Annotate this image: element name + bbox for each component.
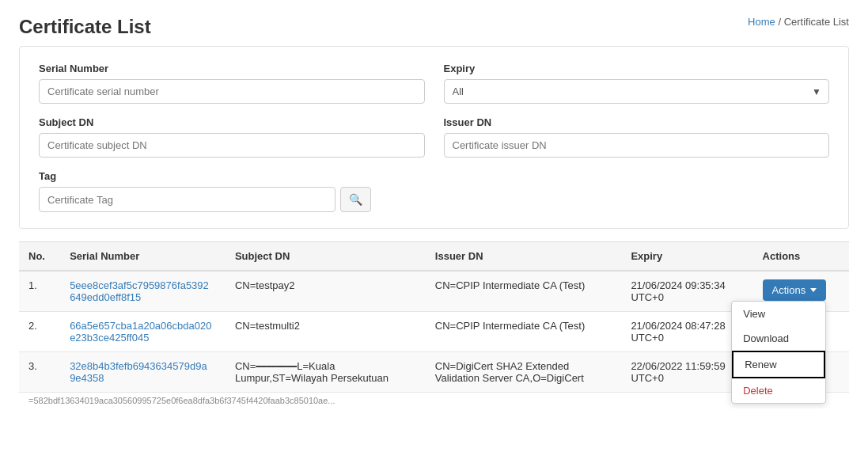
row1-serial: 5eee8cef3af5c7959876fa5392649edd0eff8f15 bbox=[60, 271, 226, 312]
row2-no: 2. bbox=[19, 312, 60, 352]
table-row: 2. 66a5e657cba1a20a06cbda020e23b3ce425ff… bbox=[19, 312, 849, 352]
page-header: Certificate List Home / Certificate List bbox=[0, 0, 868, 46]
actions-dropdown: Actions View Download Renew Delete bbox=[763, 279, 827, 301]
dropdown-download[interactable]: Download bbox=[732, 326, 825, 351]
filter-row-2: Subject DN Issuer DN bbox=[39, 116, 829, 158]
filter-row-3: Tag 🔍 bbox=[39, 170, 829, 212]
breadcrumb-current: Certificate List bbox=[784, 16, 849, 28]
issuer-dn-input[interactable] bbox=[444, 133, 830, 158]
bottom-note: =582bdf13634019aca30560995725e0f6ea8dfa3… bbox=[19, 393, 849, 408]
row3-no: 3. bbox=[19, 352, 60, 393]
subject-dn-group: Subject DN bbox=[39, 116, 425, 158]
table-row: 1. 5eee8cef3af5c7959876fa5392649edd0eff8… bbox=[19, 271, 849, 312]
breadcrumb: Home / Certificate List bbox=[748, 16, 849, 28]
dropdown-menu: View Download Renew Delete bbox=[731, 301, 826, 404]
search-button[interactable]: 🔍 bbox=[340, 187, 371, 212]
issuer-dn-group: Issuer DN bbox=[444, 116, 830, 158]
serial-number-group: Serial Number bbox=[39, 63, 425, 104]
col-issuer: Issuer DN bbox=[426, 242, 622, 272]
row1-no: 1. bbox=[19, 271, 60, 312]
col-subject: Subject DN bbox=[226, 242, 426, 272]
expiry-label: Expiry bbox=[444, 63, 830, 74]
row1-issuer: CN=CPIP Intermediate CA (Test) bbox=[426, 271, 622, 312]
expiry-select[interactable]: All bbox=[444, 79, 830, 104]
subject-dn-input[interactable] bbox=[39, 133, 425, 158]
serial-number-label: Serial Number bbox=[39, 63, 425, 74]
dropdown-delete[interactable]: Delete bbox=[732, 378, 825, 403]
tag-group: Tag 🔍 bbox=[39, 170, 371, 212]
col-actions: Actions bbox=[753, 242, 849, 272]
row3-issuer: CN=DigiCert SHA2 ExtendedValidation Serv… bbox=[426, 352, 622, 393]
table-body: 1. 5eee8cef3af5c7959876fa5392649edd0eff8… bbox=[19, 271, 849, 393]
certificates-table: No. Serial Number Subject DN Issuer DN E… bbox=[19, 241, 849, 393]
table-container: No. Serial Number Subject DN Issuer DN E… bbox=[19, 241, 849, 408]
tag-input[interactable] bbox=[39, 187, 335, 212]
row3-serial: 32e8b4b3fefb6943634579d9a9e4358 bbox=[60, 352, 226, 393]
caret-icon bbox=[810, 288, 817, 292]
issuer-dn-label: Issuer DN bbox=[444, 116, 830, 128]
col-expiry: Expiry bbox=[621, 242, 752, 272]
subject-dn-label: Subject DN bbox=[39, 116, 425, 128]
search-icon: 🔍 bbox=[349, 193, 362, 206]
row1-subject: CN=testpay2 bbox=[226, 271, 426, 312]
row3-subject: CN=————L=KualaLumpur,ST=Wilayah Persekut… bbox=[226, 352, 426, 393]
expiry-group: Expiry All ▼ bbox=[444, 63, 830, 104]
table-row: 3. 32e8b4b3fefb6943634579d9a9e4358 CN=——… bbox=[19, 352, 849, 393]
actions-label: Actions bbox=[772, 284, 806, 296]
breadcrumb-separator: / bbox=[778, 16, 781, 28]
row2-issuer: CN=CPIP Intermediate CA (Test) bbox=[426, 312, 622, 352]
tag-input-row: 🔍 bbox=[39, 187, 371, 212]
dropdown-view[interactable]: View bbox=[732, 302, 825, 326]
tag-label: Tag bbox=[39, 170, 371, 182]
filter-row-1: Serial Number Expiry All ▼ bbox=[39, 63, 829, 104]
breadcrumb-home[interactable]: Home bbox=[748, 16, 775, 28]
row2-serial: 66a5e657cba1a20a06cbda020e23b3ce425ff045 bbox=[60, 312, 226, 352]
serial-number-input[interactable] bbox=[39, 79, 425, 104]
page-title: Certificate List bbox=[19, 16, 151, 38]
table-header-row: No. Serial Number Subject DN Issuer DN E… bbox=[19, 242, 849, 272]
col-no: No. bbox=[19, 242, 60, 272]
row1-actions-cell: Actions View Download Renew Delete bbox=[753, 271, 849, 312]
actions-button[interactable]: Actions bbox=[763, 279, 827, 301]
row2-subject: CN=testmulti2 bbox=[226, 312, 426, 352]
table-head: No. Serial Number Subject DN Issuer DN E… bbox=[19, 242, 849, 272]
col-serial: Serial Number bbox=[60, 242, 226, 272]
expiry-select-wrapper: All ▼ bbox=[444, 79, 830, 104]
filter-section: Serial Number Expiry All ▼ Subject DN Is… bbox=[19, 46, 849, 229]
dropdown-renew[interactable]: Renew bbox=[732, 351, 825, 378]
